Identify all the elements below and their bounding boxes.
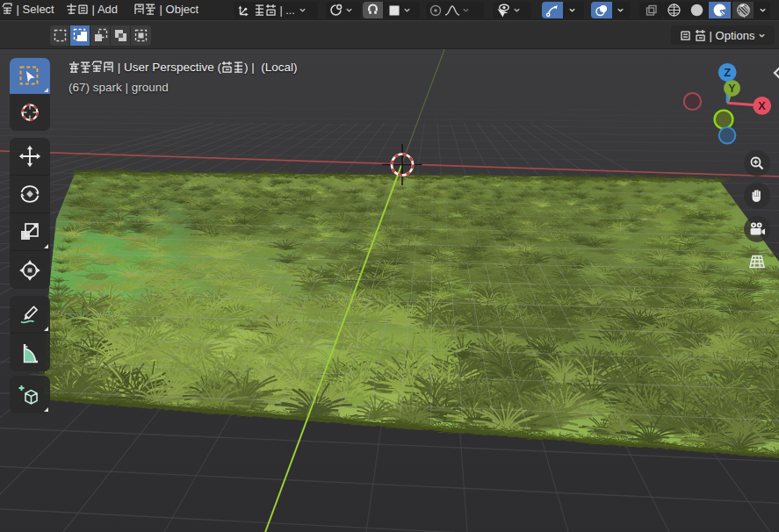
svg-text:X: X [758, 99, 766, 112]
svg-text:Y: Y [728, 83, 735, 95]
svg-text:Z: Z [724, 66, 731, 79]
